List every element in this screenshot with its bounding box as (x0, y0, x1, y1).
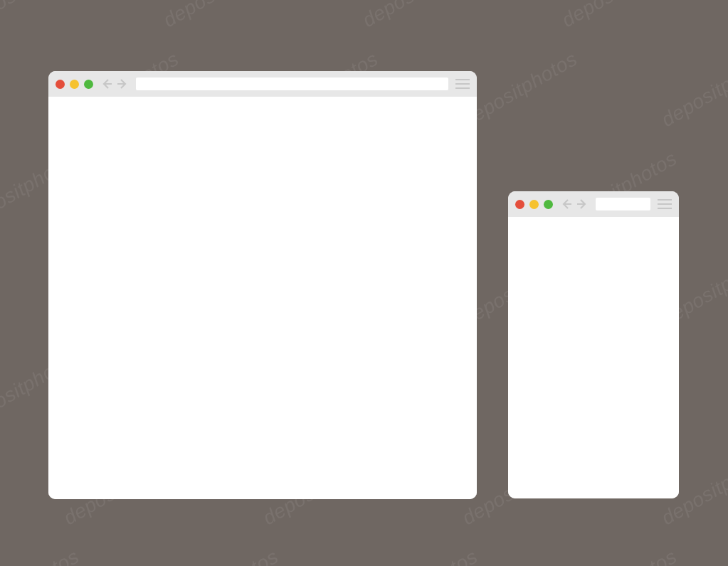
watermark-text: depositphotos (558, 0, 681, 32)
watermark-text: depositphotos (159, 0, 283, 32)
traffic-lights (56, 80, 93, 89)
minimize-icon[interactable] (70, 80, 79, 89)
minimize-icon[interactable] (529, 200, 539, 209)
toolbar-large (48, 71, 477, 97)
close-icon[interactable] (515, 200, 524, 209)
forward-button[interactable] (116, 78, 129, 90)
watermark-text: depositphotos (159, 545, 283, 566)
address-bar[interactable] (136, 78, 448, 90)
nav-arrows (560, 198, 589, 210)
forward-button[interactable] (576, 198, 589, 210)
watermark-text: depositphotos (0, 0, 83, 32)
back-button[interactable] (100, 78, 113, 90)
traffic-lights (515, 200, 553, 209)
hamburger-icon (658, 203, 672, 205)
hamburger-icon (658, 199, 672, 201)
close-icon[interactable] (56, 80, 65, 89)
hamburger-icon (455, 83, 470, 85)
menu-button[interactable] (658, 199, 672, 209)
back-button[interactable] (560, 198, 573, 210)
content-area-large (48, 97, 477, 499)
maximize-icon[interactable] (544, 200, 553, 209)
arrow-right-icon (576, 198, 588, 210)
content-area-small (508, 217, 679, 498)
hamburger-icon (658, 208, 672, 209)
maximize-icon[interactable] (84, 80, 93, 89)
browser-window-large (48, 71, 477, 499)
hamburger-icon (455, 79, 470, 80)
watermark-text: depositphotos (658, 48, 728, 132)
toolbar-small (508, 191, 679, 217)
watermark-text: depositphotos (359, 545, 482, 566)
arrow-right-icon (117, 78, 128, 90)
arrow-left-icon (101, 78, 112, 90)
browser-window-small (508, 191, 679, 498)
watermark-text: depositphotos (0, 545, 83, 566)
watermark-text: depositphotos (458, 48, 581, 132)
address-bar[interactable] (596, 198, 650, 210)
watermark-text: depositphotos (558, 545, 681, 566)
arrow-left-icon (561, 198, 572, 210)
nav-arrows (100, 78, 129, 90)
menu-button[interactable] (455, 79, 470, 89)
hamburger-icon (455, 87, 470, 89)
watermark-text: depositphotos (359, 0, 482, 32)
